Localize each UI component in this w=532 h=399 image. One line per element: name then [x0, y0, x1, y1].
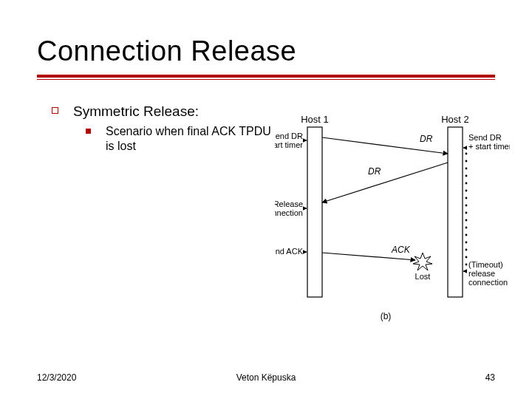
- svg-point-14: [466, 242, 468, 244]
- bullet-level2-text: Scenario when final ACK TPDU is lost: [106, 124, 276, 154]
- host2-label: Host 2: [441, 114, 469, 125]
- footer-author: Veton Këpuska: [236, 372, 296, 383]
- host1-label: Host 1: [301, 114, 329, 125]
- slide-footer: 12/3/2020 Veton Këpuska 43: [37, 372, 495, 383]
- svg-point-9: [466, 205, 468, 207]
- svg-point-5: [466, 175, 468, 177]
- bullet-level1-text: Symmetric Release:: [73, 103, 199, 120]
- svg-point-10: [466, 212, 468, 214]
- bullet-open-square-icon: [52, 107, 58, 114]
- dr1-msg: DR: [420, 134, 433, 144]
- timeout-label: (Timeout)releaseconnection: [468, 260, 508, 287]
- send-dr2-label: Send DR+ start timer: [468, 133, 510, 151]
- svg-point-4: [466, 168, 468, 170]
- footer-page-number: 43: [485, 372, 495, 383]
- svg-point-16: [466, 256, 468, 259]
- svg-point-13: [466, 234, 468, 236]
- svg-point-6: [466, 183, 468, 185]
- svg-point-12: [466, 227, 468, 229]
- sequence-diagram: Host 1 Host 2 Send DR+ start ti: [275, 112, 510, 334]
- svg-marker-26: [413, 253, 432, 270]
- footer-date: 12/3/2020: [37, 372, 76, 383]
- send-ack-label: Send ACK: [275, 247, 304, 256]
- svg-point-2: [466, 153, 468, 155]
- lost-starburst-icon: [413, 253, 432, 270]
- svg-rect-1: [448, 127, 463, 297]
- svg-point-15: [466, 249, 468, 251]
- svg-line-24: [322, 163, 448, 202]
- sublabel: (b): [381, 311, 392, 321]
- title-rule: [37, 75, 495, 80]
- dr2-msg: DR: [368, 166, 381, 177]
- lost-label: Lost: [415, 272, 431, 281]
- bullet-filled-square-icon: [86, 129, 91, 134]
- svg-point-17: [466, 264, 468, 266]
- send-dr-label: Send DR+ start timer: [275, 132, 303, 149]
- ack-msg: ACK: [391, 245, 411, 255]
- svg-point-11: [466, 219, 468, 222]
- slide-title: Connection Release: [37, 35, 495, 67]
- svg-point-7: [466, 190, 468, 192]
- svg-point-3: [466, 160, 468, 163]
- release-label: Releaseconnection: [275, 200, 303, 217]
- svg-point-8: [466, 197, 468, 200]
- svg-rect-0: [307, 127, 322, 297]
